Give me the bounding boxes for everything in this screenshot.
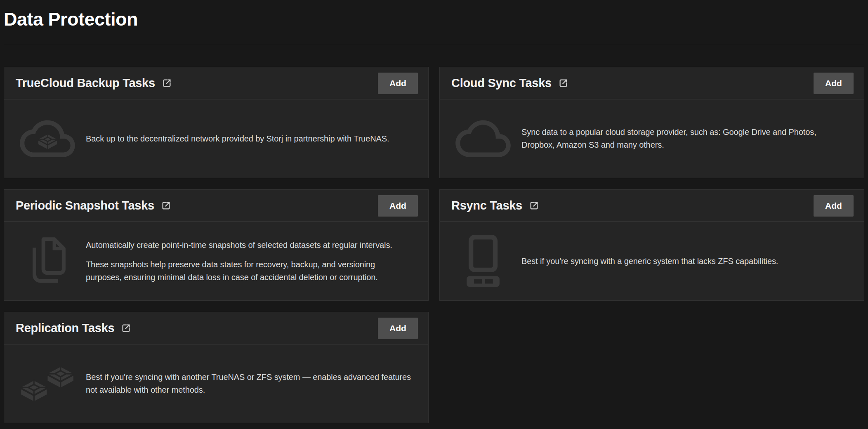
storj-cloud-icon: [17, 118, 78, 159]
replication-boxes-icon: [17, 365, 78, 402]
open-in-new-icon[interactable]: [161, 78, 172, 89]
card-title-text: Periodic Snapshot Tasks: [16, 199, 154, 212]
data-protection-page: Data Protection TrueCloud Backup Tasks: [0, 0, 868, 423]
open-in-new-icon[interactable]: [528, 200, 540, 211]
card-title: Rsync Tasks: [451, 199, 540, 212]
card-header: Cloud Sync Tasks Add: [440, 67, 864, 99]
card-title: Replication Tasks: [16, 321, 132, 335]
task-cards-grid: TrueCloud Backup Tasks Add: [4, 67, 864, 423]
card-body: Best if you're syncing with a generic sy…: [440, 222, 864, 300]
description-paragraph: These snapshots help preserve data state…: [86, 258, 412, 284]
add-truecloud-backup-button[interactable]: Add: [378, 73, 418, 94]
card-description: Best if you're syncing with another True…: [86, 371, 412, 396]
computer-icon: [452, 235, 514, 288]
card-description: Automatically create point-in-time snaps…: [86, 239, 412, 284]
card-header: TrueCloud Backup Tasks Add: [4, 67, 428, 99]
open-in-new-icon[interactable]: [160, 200, 172, 211]
add-replication-button[interactable]: Add: [378, 318, 418, 339]
description-paragraph: Best if you're syncing with another True…: [86, 371, 412, 396]
card-truecloud-backup-tasks: TrueCloud Backup Tasks Add: [4, 67, 429, 178]
description-paragraph: Sync data to a popular cloud storage pro…: [521, 126, 847, 151]
card-cloud-sync-tasks: Cloud Sync Tasks Add: [439, 67, 864, 178]
title-divider: [4, 44, 864, 44]
card-header: Replication Tasks Add: [4, 312, 428, 344]
card-rsync-tasks: Rsync Tasks Add: [439, 189, 864, 301]
card-periodic-snapshot-tasks: Periodic Snapshot Tasks Add: [4, 189, 429, 301]
open-in-new-icon[interactable]: [558, 78, 569, 89]
card-body: Best if you're syncing with another True…: [4, 344, 428, 423]
cloud-icon: [452, 118, 514, 159]
open-in-new-icon[interactable]: [120, 323, 132, 334]
card-description: Best if you're syncing with a generic sy…: [521, 255, 778, 268]
description-paragraph: Automatically create point-in-time snaps…: [86, 239, 412, 252]
description-paragraph: Best if you're syncing with a generic sy…: [521, 255, 778, 268]
card-title: Cloud Sync Tasks: [451, 76, 569, 90]
card-title-text: TrueCloud Backup Tasks: [16, 76, 155, 90]
description-paragraph: Back up to the decentralized network pro…: [86, 132, 389, 145]
card-body: Back up to the decentralized network pro…: [4, 99, 428, 178]
card-title-text: Replication Tasks: [16, 321, 114, 335]
card-header: Rsync Tasks Add: [440, 190, 864, 222]
add-periodic-snapshot-button[interactable]: Add: [378, 195, 418, 217]
snapshots-icon: [17, 235, 78, 287]
card-title-text: Rsync Tasks: [451, 199, 522, 212]
page-title: Data Protection: [4, 0, 864, 30]
card-replication-tasks: Replication Tasks Add: [4, 312, 429, 423]
card-body: Sync data to a popular cloud storage pro…: [440, 99, 864, 178]
card-title: Periodic Snapshot Tasks: [16, 199, 172, 212]
add-cloud-sync-button[interactable]: Add: [814, 73, 854, 94]
add-rsync-button[interactable]: Add: [814, 195, 854, 217]
card-title-text: Cloud Sync Tasks: [451, 76, 552, 90]
card-header: Periodic Snapshot Tasks Add: [4, 190, 428, 222]
card-description: Sync data to a popular cloud storage pro…: [521, 126, 847, 151]
card-title: TrueCloud Backup Tasks: [16, 76, 172, 90]
card-description: Back up to the decentralized network pro…: [86, 132, 389, 145]
card-body: Automatically create point-in-time snaps…: [4, 222, 428, 300]
